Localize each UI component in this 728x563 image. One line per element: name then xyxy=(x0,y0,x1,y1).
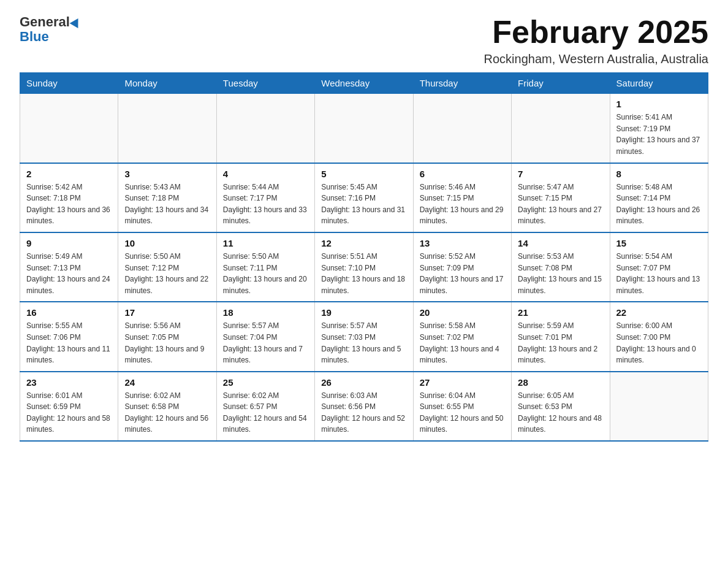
title-block: February 2025 Rockingham, Western Austra… xyxy=(484,15,708,66)
day-number: 9 xyxy=(26,238,112,248)
calendar-day-cell: 20Sunrise: 5:58 AM Sunset: 7:02 PM Dayli… xyxy=(413,302,511,371)
day-info: Sunrise: 5:59 AM Sunset: 7:01 PM Dayligh… xyxy=(518,320,603,366)
day-info: Sunrise: 5:51 AM Sunset: 7:10 PM Dayligh… xyxy=(321,251,406,296)
day-info: Sunrise: 5:49 AM Sunset: 7:13 PM Dayligh… xyxy=(26,251,112,296)
logo-general-text: General xyxy=(20,15,70,29)
calendar-day-cell: 18Sunrise: 5:57 AM Sunset: 7:04 PM Dayli… xyxy=(216,302,314,371)
day-of-week-header: Wednesday xyxy=(315,73,413,94)
calendar-day-cell: 6Sunrise: 5:46 AM Sunset: 7:15 PM Daylig… xyxy=(413,163,511,232)
day-info: Sunrise: 5:46 AM Sunset: 7:15 PM Dayligh… xyxy=(420,182,505,227)
day-number: 1 xyxy=(616,99,702,109)
day-number: 23 xyxy=(26,377,112,388)
day-info: Sunrise: 6:00 AM Sunset: 7:00 PM Dayligh… xyxy=(616,320,702,366)
day-info: Sunrise: 6:04 AM Sunset: 6:55 PM Dayligh… xyxy=(420,390,505,435)
day-number: 21 xyxy=(518,307,603,318)
day-number: 14 xyxy=(518,238,603,248)
calendar-day-cell: 24Sunrise: 6:02 AM Sunset: 6:58 PM Dayli… xyxy=(118,372,216,441)
calendar-day-cell: 26Sunrise: 6:03 AM Sunset: 6:56 PM Dayli… xyxy=(315,372,413,441)
day-info: Sunrise: 5:57 AM Sunset: 7:03 PM Dayligh… xyxy=(321,320,406,366)
calendar-day-cell: 11Sunrise: 5:50 AM Sunset: 7:11 PM Dayli… xyxy=(216,232,314,302)
day-of-week-header: Monday xyxy=(118,73,216,94)
logo-triangle-icon xyxy=(70,16,83,28)
calendar-day-cell: 10Sunrise: 5:50 AM Sunset: 7:12 PM Dayli… xyxy=(118,232,216,302)
calendar-day-cell: 3Sunrise: 5:43 AM Sunset: 7:18 PM Daylig… xyxy=(118,163,216,232)
calendar-day-cell xyxy=(610,372,708,441)
calendar-day-cell xyxy=(413,94,511,163)
day-number: 25 xyxy=(223,377,308,388)
day-number: 5 xyxy=(321,169,406,179)
calendar-day-cell: 16Sunrise: 5:55 AM Sunset: 7:06 PM Dayli… xyxy=(20,302,118,371)
day-info: Sunrise: 5:48 AM Sunset: 7:14 PM Dayligh… xyxy=(616,182,702,227)
day-info: Sunrise: 5:50 AM Sunset: 7:11 PM Dayligh… xyxy=(223,251,308,296)
day-info: Sunrise: 5:42 AM Sunset: 7:18 PM Dayligh… xyxy=(26,182,112,227)
calendar-week-row: 2Sunrise: 5:42 AM Sunset: 7:18 PM Daylig… xyxy=(20,163,708,232)
calendar-day-cell: 9Sunrise: 5:49 AM Sunset: 7:13 PM Daylig… xyxy=(20,232,118,302)
day-number: 6 xyxy=(420,169,505,179)
day-number: 15 xyxy=(616,238,702,248)
calendar-header: SundayMondayTuesdayWednesdayThursdayFrid… xyxy=(20,73,708,94)
day-info: Sunrise: 5:52 AM Sunset: 7:09 PM Dayligh… xyxy=(420,251,505,296)
day-number: 13 xyxy=(420,238,505,248)
day-info: Sunrise: 5:43 AM Sunset: 7:18 PM Dayligh… xyxy=(124,182,210,227)
calendar-day-cell: 2Sunrise: 5:42 AM Sunset: 7:18 PM Daylig… xyxy=(20,163,118,232)
calendar-week-row: 16Sunrise: 5:55 AM Sunset: 7:06 PM Dayli… xyxy=(20,302,708,371)
calendar-week-row: 23Sunrise: 6:01 AM Sunset: 6:59 PM Dayli… xyxy=(20,372,708,441)
calendar-day-cell: 27Sunrise: 6:04 AM Sunset: 6:55 PM Dayli… xyxy=(413,372,511,441)
calendar-table: SundayMondayTuesdayWednesdayThursdayFrid… xyxy=(20,72,708,442)
day-of-week-header: Sunday xyxy=(20,73,118,94)
day-info: Sunrise: 6:02 AM Sunset: 6:57 PM Dayligh… xyxy=(223,390,308,435)
day-info: Sunrise: 5:44 AM Sunset: 7:17 PM Dayligh… xyxy=(223,182,308,227)
logo: General Blue xyxy=(20,15,81,44)
day-number: 18 xyxy=(223,307,308,318)
calendar-day-cell xyxy=(315,94,413,163)
day-of-week-header: Friday xyxy=(512,73,610,94)
day-number: 7 xyxy=(518,169,603,179)
day-info: Sunrise: 6:03 AM Sunset: 6:56 PM Dayligh… xyxy=(321,390,406,435)
calendar-day-cell: 28Sunrise: 6:05 AM Sunset: 6:53 PM Dayli… xyxy=(512,372,610,441)
calendar-day-cell: 15Sunrise: 5:54 AM Sunset: 7:07 PM Dayli… xyxy=(610,232,708,302)
day-info: Sunrise: 5:55 AM Sunset: 7:06 PM Dayligh… xyxy=(26,320,112,366)
calendar-day-cell: 13Sunrise: 5:52 AM Sunset: 7:09 PM Dayli… xyxy=(413,232,511,302)
calendar-day-cell: 19Sunrise: 5:57 AM Sunset: 7:03 PM Dayli… xyxy=(315,302,413,371)
calendar-day-cell: 4Sunrise: 5:44 AM Sunset: 7:17 PM Daylig… xyxy=(216,163,314,232)
calendar-week-row: 1Sunrise: 5:41 AM Sunset: 7:19 PM Daylig… xyxy=(20,94,708,163)
day-number: 4 xyxy=(223,169,308,179)
day-number: 16 xyxy=(26,307,112,318)
day-number: 26 xyxy=(321,377,406,388)
day-number: 2 xyxy=(26,169,112,179)
day-number: 17 xyxy=(124,307,210,318)
day-number: 24 xyxy=(124,377,210,388)
calendar-day-cell: 14Sunrise: 5:53 AM Sunset: 7:08 PM Dayli… xyxy=(512,232,610,302)
calendar-day-cell: 7Sunrise: 5:47 AM Sunset: 7:15 PM Daylig… xyxy=(512,163,610,232)
calendar-body: 1Sunrise: 5:41 AM Sunset: 7:19 PM Daylig… xyxy=(20,94,708,441)
calendar-day-cell xyxy=(216,94,314,163)
day-number: 19 xyxy=(321,307,406,318)
day-info: Sunrise: 6:02 AM Sunset: 6:58 PM Dayligh… xyxy=(124,390,210,435)
day-of-week-header: Thursday xyxy=(413,73,511,94)
calendar-day-cell: 1Sunrise: 5:41 AM Sunset: 7:19 PM Daylig… xyxy=(610,94,708,163)
calendar-day-cell xyxy=(118,94,216,163)
days-of-week-row: SundayMondayTuesdayWednesdayThursdayFrid… xyxy=(20,73,708,94)
calendar-day-cell: 5Sunrise: 5:45 AM Sunset: 7:16 PM Daylig… xyxy=(315,163,413,232)
day-info: Sunrise: 5:50 AM Sunset: 7:12 PM Dayligh… xyxy=(124,251,210,296)
calendar-day-cell: 8Sunrise: 5:48 AM Sunset: 7:14 PM Daylig… xyxy=(610,163,708,232)
day-info: Sunrise: 6:01 AM Sunset: 6:59 PM Dayligh… xyxy=(26,390,112,435)
day-info: Sunrise: 5:41 AM Sunset: 7:19 PM Dayligh… xyxy=(616,112,702,157)
day-number: 3 xyxy=(124,169,210,179)
day-number: 12 xyxy=(321,238,406,248)
location-title: Rockingham, Western Australia, Australia xyxy=(484,52,708,66)
day-info: Sunrise: 6:05 AM Sunset: 6:53 PM Dayligh… xyxy=(518,390,603,435)
calendar-day-cell: 21Sunrise: 5:59 AM Sunset: 7:01 PM Dayli… xyxy=(512,302,610,371)
day-info: Sunrise: 5:54 AM Sunset: 7:07 PM Dayligh… xyxy=(616,251,702,296)
month-title: February 2025 xyxy=(484,15,708,50)
calendar-day-cell: 22Sunrise: 6:00 AM Sunset: 7:00 PM Dayli… xyxy=(610,302,708,371)
calendar-day-cell: 25Sunrise: 6:02 AM Sunset: 6:57 PM Dayli… xyxy=(216,372,314,441)
calendar-day-cell: 17Sunrise: 5:56 AM Sunset: 7:05 PM Dayli… xyxy=(118,302,216,371)
day-of-week-header: Tuesday xyxy=(216,73,314,94)
day-number: 27 xyxy=(420,377,505,388)
day-info: Sunrise: 5:45 AM Sunset: 7:16 PM Dayligh… xyxy=(321,182,406,227)
day-number: 10 xyxy=(124,238,210,248)
calendar-day-cell: 23Sunrise: 6:01 AM Sunset: 6:59 PM Dayli… xyxy=(20,372,118,441)
calendar-day-cell: 12Sunrise: 5:51 AM Sunset: 7:10 PM Dayli… xyxy=(315,232,413,302)
day-number: 8 xyxy=(616,169,702,179)
